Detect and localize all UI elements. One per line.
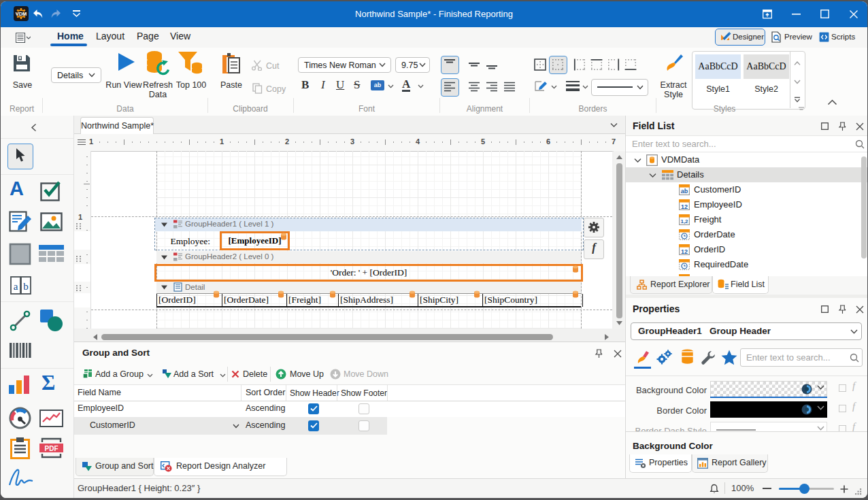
svg-text:1,2: 1,2 xyxy=(680,218,688,224)
svg-text:PDF: PDF xyxy=(45,445,59,452)
svg-text:12: 12 xyxy=(681,248,688,255)
svg-text:ab: ab xyxy=(681,188,688,195)
svg-text:b: b xyxy=(23,281,29,292)
svg-text:a: a xyxy=(14,281,18,292)
svg-text:VDM: VDM xyxy=(16,11,27,17)
svg-text:12: 12 xyxy=(681,203,688,210)
